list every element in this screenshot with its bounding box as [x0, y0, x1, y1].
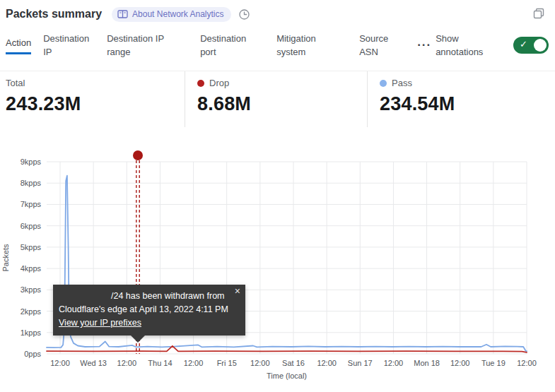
drop-legend-dot: [197, 80, 204, 87]
duplicate-window-icon[interactable]: [532, 7, 545, 23]
svg-text:8kpps: 8kpps: [21, 179, 42, 187]
svg-text:3kpps: 3kpps: [21, 285, 42, 294]
tab-destination-ip[interactable]: Destination IP: [43, 32, 97, 59]
tab-source-asn[interactable]: Source ASN: [359, 32, 393, 59]
svg-text:Thu 14: Thu 14: [148, 359, 172, 367]
svg-text:1kpps: 1kpps: [21, 328, 42, 337]
tooltip-line-2: Cloudflare's edge at April 13, 2022 4:11…: [59, 303, 240, 316]
view-ip-prefixes-link[interactable]: View your IP prefixes: [59, 318, 141, 328]
tab-destination-port[interactable]: Destination port: [200, 32, 251, 59]
svg-text:9kpps: 9kpps: [21, 158, 42, 166]
svg-text:2kpps: 2kpps: [21, 307, 42, 316]
svg-text:Sat 16: Sat 16: [282, 359, 305, 367]
svg-text:Wed 13: Wed 13: [80, 359, 107, 367]
stat-pass-label: Pass: [392, 78, 412, 88]
svg-text:Mon 18: Mon 18: [414, 359, 440, 367]
annotations-toggle[interactable]: ✓: [513, 37, 549, 54]
toggle-knob: [534, 39, 547, 52]
more-tabs-button[interactable]: ···: [417, 42, 431, 49]
svg-text:12:00: 12:00: [117, 359, 137, 367]
svg-text:5kpps: 5kpps: [21, 243, 42, 251]
dimension-tabs: Action Destination IP Destination IP ran…: [0, 28, 555, 62]
stat-pass-value: 234.54M: [380, 93, 455, 115]
stat-drop-value: 8.68M: [197, 93, 367, 115]
svg-text:6kpps: 6kpps: [21, 222, 42, 230]
pass-legend-dot: [380, 80, 387, 87]
svg-text:7kpps: 7kpps: [21, 200, 42, 208]
panel-header: Packets summary About Network Analytics: [0, 0, 555, 21]
svg-text:4kpps: 4kpps: [21, 264, 42, 273]
tooltip-caret: [130, 335, 146, 343]
svg-text:Sun 17: Sun 17: [348, 359, 373, 367]
time-series-plot[interactable]: 0pps1kpps2kpps3kpps4kpps5kpps6kpps7kpps8…: [0, 145, 555, 392]
svg-text:Tue 19: Tue 19: [481, 359, 506, 367]
svg-text:12:00: 12:00: [384, 359, 404, 367]
tab-action[interactable]: Action: [6, 36, 31, 54]
badge-label: About Network Analytics: [132, 9, 223, 19]
history-clock-icon[interactable]: [238, 8, 250, 20]
stat-total-value: 243.23M: [6, 93, 185, 115]
about-network-analytics-badge[interactable]: About Network Analytics: [112, 7, 230, 22]
close-icon[interactable]: ×: [235, 286, 240, 296]
svg-text:12:00: 12:00: [184, 359, 204, 367]
tab-destination-ip-range[interactable]: Destination IP range: [107, 32, 168, 59]
tab-mitigation-system[interactable]: Mitigation system: [276, 32, 327, 59]
svg-text:12:00: 12:00: [50, 359, 70, 367]
svg-text:Fri 15: Fri 15: [217, 359, 237, 367]
svg-text:12:00: 12:00: [250, 359, 270, 367]
svg-text:Packets: Packets: [1, 244, 10, 272]
svg-text:0pps: 0pps: [24, 350, 41, 358]
tooltip-line-1: /24 has been withdrawn from: [59, 290, 240, 303]
stat-drop[interactable]: Drop 8.68M: [185, 71, 368, 127]
stat-total-label: Total: [6, 78, 25, 88]
stat-pass[interactable]: Pass 234.54M: [368, 71, 455, 127]
stats-row: Total 243.23M Drop 8.68M Pass 234.54M: [0, 71, 555, 127]
packets-chart[interactable]: 0pps1kpps2kpps3kpps4kpps5kpps6kpps7kpps8…: [0, 145, 555, 392]
svg-text:12:00: 12:00: [517, 359, 537, 367]
svg-text:Time (local): Time (local): [267, 372, 307, 380]
page-title: Packets summary: [6, 8, 102, 20]
show-annotations-label: Show annotations: [436, 32, 496, 59]
check-icon: ✓: [520, 40, 527, 49]
annotation-tooltip: × /24 has been withdrawn from Cloudflare…: [53, 285, 245, 335]
book-icon: [117, 10, 128, 18]
svg-text:12:00: 12:00: [450, 359, 470, 367]
stat-total: Total 243.23M: [6, 71, 185, 127]
stat-drop-label: Drop: [209, 78, 229, 88]
svg-text:12:00: 12:00: [317, 359, 337, 367]
